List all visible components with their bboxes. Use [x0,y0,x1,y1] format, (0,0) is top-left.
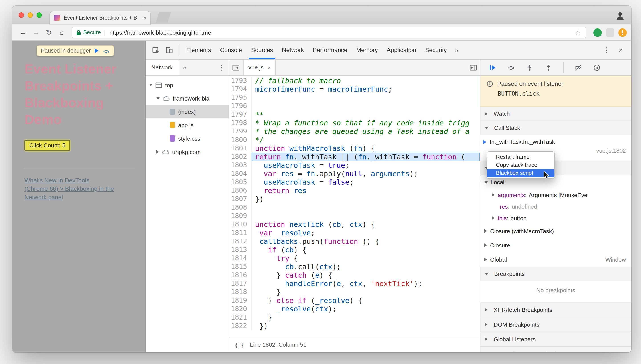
tree-item-unpkg-com[interactable]: unpkg.com [146,145,229,158]
browser-tab[interactable]: Event Listener Breakpoints + B × [50,11,150,24]
code-line[interactable]: 1805 useMacroTask = false; [229,178,480,186]
watch-section-header[interactable]: Watch [480,107,631,121]
navigator-more-icon[interactable]: ⋮ [214,64,229,72]
scope-row-global[interactable]: GlobalWindow [480,252,631,266]
code-line[interactable]: 1795 [229,94,480,102]
line-number[interactable]: 1819 [229,296,252,305]
step-out-button[interactable] [542,61,555,74]
tree-item-framework-bla[interactable]: framework-bla [146,92,229,105]
line-number[interactable]: 1808 [229,203,252,212]
click-count-button[interactable]: Click Count: 5 [24,140,70,151]
step-over-button[interactable] [504,61,518,74]
extension-icon-green[interactable] [593,28,602,37]
code-line[interactable]: 1812 callbacks.push(function () { [229,237,480,246]
devtools-tab-performance[interactable]: Performance [308,41,352,59]
devtools-tab-application[interactable]: Application [382,41,421,59]
scope-row-this[interactable]: this:button [480,212,631,224]
page-link[interactable]: What's New In DevTools (Chrome 66) > Bla… [24,176,130,202]
bookmark-star-icon[interactable]: ☆ [574,28,582,36]
scope-row-closure-withmacrotask[interactable]: Closure (withMacroTask) [480,224,631,238]
code-line[interactable]: 1800*/ [229,136,480,144]
line-number[interactable]: 1800 [229,136,252,144]
code-line[interactable]: 1798* Wrap a function so that if any cod… [229,119,480,127]
browser-update-menu-icon[interactable] [618,28,627,37]
code-line[interactable]: 1811 var _resolve; [229,229,480,237]
tree-caret-icon[interactable] [149,84,153,86]
page-link-line[interactable]: Network panel [24,193,130,202]
line-number[interactable]: 1804 [229,170,252,178]
line-number[interactable]: 1812 [229,237,252,246]
line-number[interactable]: 1820 [229,305,252,313]
code-line[interactable]: 1799* the changes are queued using a Tas… [229,127,480,136]
line-number[interactable]: 1803 [229,161,252,170]
scope-row-arguments[interactable]: arguments:Arguments [MouseEve [480,189,631,201]
code-line[interactable]: 1821 } [229,313,480,322]
line-number[interactable]: 1805 [229,178,252,186]
code-line[interactable]: 1793// fallback to macro [229,76,480,85]
home-button[interactable]: ⌂ [56,26,68,38]
line-number[interactable]: 1796 [229,102,252,110]
window-zoom-button[interactable] [36,12,42,18]
scope-row-closure[interactable]: Closure [480,238,631,252]
device-toolbar-icon[interactable] [162,44,176,57]
code-line[interactable]: 1810unction nextTick (cb, ctx) { [229,220,480,229]
line-number[interactable]: 1815 [229,262,252,271]
code-line[interactable]: 1820 _resolve(ctx); [229,305,480,313]
extension-icon-gray[interactable] [606,28,614,37]
tree-item-app-js[interactable]: app.js [146,118,229,132]
line-number[interactable]: 1813 [229,246,252,254]
line-number[interactable]: 1802 [229,153,252,161]
code-line[interactable]: 1819 } else if (_resolve) { [229,296,480,305]
code-line[interactable]: 1807}) [229,195,480,203]
code-line[interactable]: 1822 }) [229,322,480,330]
scope-row-res[interactable]: res:undefined [480,201,631,212]
line-number[interactable]: 1821 [229,313,252,322]
line-number[interactable]: 1795 [229,94,252,102]
call-stack-section-header[interactable]: Call Stack [480,121,631,135]
editor-tab-vuejs[interactable]: vue.js × [244,60,276,75]
line-number[interactable]: 1801 [229,144,252,153]
code-line[interactable]: 1794microTimerFunc = macroTimerFunc; [229,85,480,94]
code-line[interactable]: 1804 var res = fn.apply(null, arguments)… [229,170,480,178]
line-number[interactable]: 1818 [229,288,252,296]
event-listener-breakpoints-section-header[interactable]: Event Listener Breakpoints [480,347,631,352]
call-stack-frame[interactable]: fn._withTask.fn._withTask [483,138,626,145]
code-line[interactable]: 1796 [229,102,480,110]
line-number[interactable]: 1794 [229,85,252,94]
devtools-close-icon[interactable]: × [614,46,628,54]
line-number[interactable]: 1811 [229,229,252,237]
code-line[interactable]: 1806 return res [229,186,480,195]
line-number[interactable]: 1817 [229,280,252,288]
devtools-tab-console[interactable]: Console [216,41,246,59]
resume-script-button[interactable] [486,61,499,74]
dom-breakpoints-section-header[interactable]: DOM Breakpoints [480,317,631,332]
line-number[interactable]: 1807 [229,195,252,203]
line-number[interactable]: 1816 [229,271,252,280]
scope-caret-icon[interactable] [492,216,494,220]
devtools-tab-network[interactable]: Network [278,41,308,59]
scope-caret-icon[interactable] [484,244,487,247]
code-line[interactable]: 1801unction withMacroTask (fn) { [229,144,480,153]
code-editor[interactable]: 1793// fallback to macro1794microTimerFu… [229,76,480,337]
code-line[interactable]: 1808 [229,203,480,212]
pause-on-exceptions-button[interactable] [590,61,604,74]
devtools-more-icon[interactable]: ⋮ [599,46,614,54]
line-number[interactable]: 1797 [229,110,252,119]
new-tab-button[interactable] [156,12,171,23]
code-line[interactable]: 1817 handleError(e, ctx, 'nextTick'); [229,280,480,288]
step-into-button[interactable] [523,61,536,74]
toggle-debugger-sidebar-icon[interactable] [466,61,480,74]
editor-tab-close-icon[interactable]: × [268,64,271,70]
profile-avatar-icon[interactable] [615,11,625,20]
inspect-element-icon[interactable] [149,44,162,57]
context-menu-item-restart-frame[interactable]: Restart frame [487,153,554,161]
page-link-line[interactable]: What's New In DevTools [24,176,130,185]
tab-close-icon[interactable]: × [143,15,146,21]
tree-item-index[interactable]: (index) [146,105,229,118]
line-number[interactable]: 1809 [229,212,252,220]
code-line[interactable]: 1813 if (cb) { [229,246,480,254]
window-minimize-button[interactable] [28,12,33,18]
code-line[interactable]: 1814 try { [229,254,480,262]
forward-button[interactable]: → [30,26,42,38]
reload-button[interactable]: ↻ [43,26,55,38]
